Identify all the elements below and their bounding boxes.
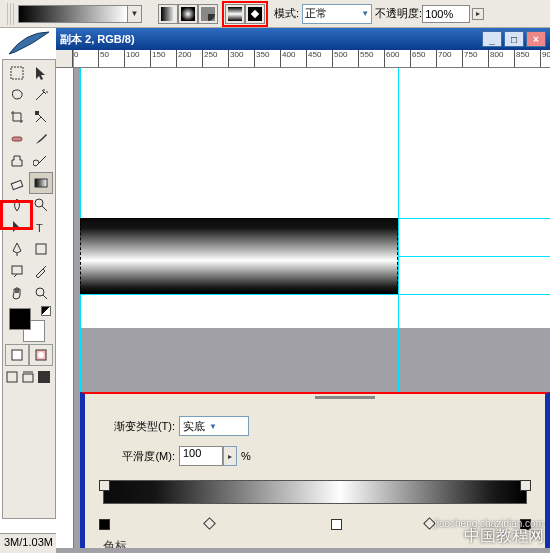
reflected-gradient-button[interactable] bbox=[225, 4, 245, 24]
midpoint-stop[interactable] bbox=[423, 517, 436, 530]
marquee-tool[interactable] bbox=[5, 62, 29, 84]
standard-mode-button[interactable] bbox=[5, 344, 29, 366]
zoom-tool[interactable] bbox=[29, 282, 53, 304]
ruler-tick: 850 bbox=[514, 50, 529, 68]
diamond-gradient-button[interactable] bbox=[245, 4, 265, 24]
ruler-tick: 600 bbox=[384, 50, 399, 68]
notes-tool[interactable] bbox=[5, 260, 29, 282]
quickmask-mode-button[interactable] bbox=[29, 344, 53, 366]
guide[interactable] bbox=[80, 294, 550, 295]
mode-label: 模式: bbox=[274, 6, 299, 21]
ruler-tick: 650 bbox=[410, 50, 425, 68]
fg-color-swatch[interactable] bbox=[9, 308, 31, 330]
screen-standard-button[interactable] bbox=[5, 368, 21, 390]
gradient-tool[interactable] bbox=[29, 172, 53, 194]
svg-rect-14 bbox=[12, 266, 22, 274]
svg-rect-10 bbox=[35, 179, 47, 187]
gradient-picker-dropdown[interactable]: ▼ bbox=[128, 5, 142, 23]
mode-select[interactable]: 正常 ▼ bbox=[302, 4, 372, 24]
horizontal-ruler: 0501001502002503003504004505005506006507… bbox=[56, 50, 550, 68]
selection-marquee[interactable] bbox=[80, 218, 398, 294]
ruler-tick: 700 bbox=[436, 50, 451, 68]
canvas-area[interactable]: 渐变类型(T): 实底 ▼ 平滑度(M): 100 ▸ % bbox=[74, 68, 550, 548]
magic-wand-tool[interactable] bbox=[29, 84, 53, 106]
gradient-bar-editor[interactable] bbox=[103, 480, 527, 530]
slice-tool[interactable] bbox=[29, 106, 53, 128]
midpoint-stop[interactable] bbox=[203, 517, 216, 530]
gradient-preview-bar[interactable] bbox=[103, 480, 527, 504]
angle-gradient-button[interactable] bbox=[198, 4, 218, 24]
smoothness-unit: % bbox=[241, 450, 251, 462]
smoothness-input[interactable]: 100 bbox=[179, 446, 223, 466]
svg-point-15 bbox=[36, 288, 44, 296]
svg-rect-0 bbox=[161, 7, 175, 21]
crop-tool[interactable] bbox=[5, 106, 29, 128]
brush-tool[interactable] bbox=[29, 128, 53, 150]
radial-gradient-button[interactable] bbox=[178, 4, 198, 24]
pen-tool[interactable] bbox=[5, 238, 29, 260]
lasso-tool[interactable] bbox=[5, 84, 29, 106]
minimize-button[interactable]: _ bbox=[482, 31, 502, 47]
svg-rect-9 bbox=[11, 180, 22, 189]
linear-gradient-button[interactable] bbox=[158, 4, 178, 24]
document-titlebar[interactable]: 副本 2, RGB/8) _ □ × bbox=[56, 28, 550, 50]
vertical-ruler bbox=[56, 68, 74, 548]
ruler-tick: 450 bbox=[306, 50, 321, 68]
colorstop-section-label: 色标 bbox=[103, 538, 527, 548]
status-bar: 3M/1.03M bbox=[0, 533, 60, 553]
ruler-tick: 200 bbox=[176, 50, 191, 68]
svg-rect-8 bbox=[12, 137, 22, 141]
opacity-stop[interactable] bbox=[520, 480, 531, 491]
eraser-tool[interactable] bbox=[5, 172, 29, 194]
chevron-right-icon: ▸ bbox=[228, 452, 232, 461]
dodge-tool[interactable] bbox=[29, 194, 53, 216]
move-tool[interactable] bbox=[29, 62, 53, 84]
opacity-flyout[interactable]: ▸ bbox=[472, 8, 484, 20]
gradient-editor-panel: 渐变类型(T): 实底 ▼ 平滑度(M): 100 ▸ % bbox=[80, 392, 550, 548]
ruler-tick: 400 bbox=[280, 50, 295, 68]
ruler-tick: 150 bbox=[150, 50, 165, 68]
history-brush-tool[interactable] bbox=[29, 150, 53, 172]
ruler-tick: 250 bbox=[202, 50, 217, 68]
svg-point-11 bbox=[35, 199, 43, 207]
type-tool[interactable]: T bbox=[29, 216, 53, 238]
ruler-tick: 50 bbox=[98, 50, 109, 68]
maximize-button[interactable]: □ bbox=[504, 31, 524, 47]
ruler-tick: 0 bbox=[72, 50, 78, 68]
toolbox: T bbox=[2, 59, 56, 519]
eyedropper-tool[interactable] bbox=[29, 260, 53, 282]
hand-tool[interactable] bbox=[5, 282, 29, 304]
opacity-stop[interactable] bbox=[99, 480, 110, 491]
gradient-swatch[interactable] bbox=[18, 5, 128, 23]
document-title: 副本 2, RGB/8) bbox=[60, 32, 135, 47]
shape-tool[interactable] bbox=[29, 238, 53, 260]
clone-tool[interactable] bbox=[5, 150, 29, 172]
svg-rect-1 bbox=[181, 7, 195, 21]
healing-tool[interactable] bbox=[5, 128, 29, 150]
color-swatches[interactable] bbox=[5, 306, 53, 342]
color-stop[interactable] bbox=[520, 519, 531, 530]
chevron-down-icon: ▼ bbox=[361, 9, 369, 18]
ruler-tick: 550 bbox=[358, 50, 373, 68]
chevron-down-icon: ▼ bbox=[131, 9, 139, 18]
blur-tool[interactable] bbox=[5, 194, 29, 216]
color-stop[interactable] bbox=[331, 519, 342, 530]
close-button[interactable]: × bbox=[526, 31, 546, 47]
color-stop[interactable] bbox=[99, 519, 110, 530]
default-colors-icon[interactable] bbox=[41, 306, 51, 316]
screen-full-menu-button[interactable] bbox=[21, 368, 37, 390]
opacity-input[interactable]: 100% bbox=[422, 5, 470, 23]
path-select-tool[interactable] bbox=[5, 216, 29, 238]
svg-rect-16 bbox=[12, 350, 22, 360]
screen-full-button[interactable] bbox=[37, 368, 53, 390]
chevron-down-icon: ▼ bbox=[209, 422, 217, 431]
svg-rect-20 bbox=[23, 374, 33, 382]
ruler-tick: 300 bbox=[228, 50, 243, 68]
gradient-type-select[interactable]: 实底 ▼ bbox=[179, 416, 249, 436]
app-logo bbox=[2, 28, 56, 58]
ruler-tick: 100 bbox=[124, 50, 139, 68]
opacity-label: 不透明度: bbox=[375, 6, 422, 21]
gradient-type-label: 渐变类型(T): bbox=[91, 419, 175, 434]
smoothness-flyout[interactable]: ▸ bbox=[223, 446, 237, 466]
ruler-tick: 350 bbox=[254, 50, 269, 68]
